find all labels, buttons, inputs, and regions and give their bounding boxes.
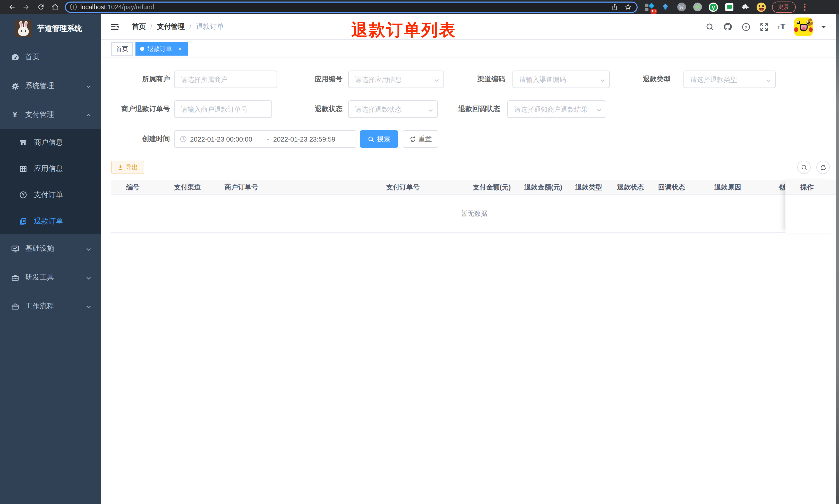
fixed-action-column: 操作: [785, 180, 837, 233]
filter-label-app: 应用编号: [291, 71, 342, 88]
sidebar-collapse-button[interactable]: [110, 21, 120, 32]
sidebar-item-refund-order[interactable]: 退款订单: [0, 208, 101, 234]
extension-kite-icon[interactable]: [661, 2, 670, 12]
github-link-button[interactable]: [723, 22, 732, 31]
url-text: localhost:1024/pay/refund: [81, 3, 606, 11]
coin-yen-icon: ¥: [19, 191, 27, 199]
address-bar[interactable]: i localhost:1024/pay/refund: [65, 1, 638, 13]
extensions-menu-button[interactable]: [740, 2, 750, 12]
chevron-down-icon: [86, 246, 92, 252]
refund-status-select[interactable]: [348, 101, 438, 118]
emoji-face-icon: [756, 2, 766, 12]
sidebar-item-label: 首页: [25, 53, 40, 62]
browser-home-button[interactable]: [51, 2, 60, 12]
sidebar-item-pay[interactable]: ¥ 支付管理: [0, 101, 101, 129]
browser-update-button[interactable]: 更新: [772, 1, 796, 13]
extension-grid-icon[interactable]: 10: [645, 2, 654, 12]
extension-badge: 10: [650, 9, 657, 14]
search-icon: [801, 164, 807, 170]
refund-type-select-field: [683, 71, 775, 88]
app-select[interactable]: [348, 71, 444, 88]
export-button[interactable]: 导出: [111, 161, 144, 174]
sidebar-item-label: 系统管理: [25, 82, 54, 91]
svg-text:¥: ¥: [22, 193, 24, 197]
column-header: 回调状态: [653, 182, 709, 192]
sidebar-item-label: 商户信息: [34, 138, 63, 147]
browser-forward-button[interactable]: [22, 2, 31, 12]
fullscreen-button[interactable]: [759, 22, 768, 31]
page-annotation: 退款订单列表: [351, 22, 456, 38]
documents-icon: [19, 217, 27, 225]
star-icon: [624, 3, 632, 11]
user-avatar[interactable]: [794, 18, 813, 36]
browser-back-button[interactable]: [7, 2, 17, 12]
breadcrumb-pay[interactable]: 支付管理: [157, 22, 185, 31]
extension-emoji-icon[interactable]: [756, 2, 766, 12]
y-badge-icon: y: [709, 2, 718, 12]
extension-command-icon[interactable]: ⌘: [677, 2, 686, 12]
font-size-button[interactable]: TT: [777, 23, 785, 31]
merchant-refund-no-input[interactable]: [174, 101, 272, 118]
fullscreen-icon: [760, 22, 768, 31]
sidebar-item-pay-order[interactable]: ¥ 支付订单: [0, 182, 101, 208]
column-header: 编号: [111, 182, 169, 192]
sidebar-item-home[interactable]: 首页: [0, 43, 101, 72]
merchant-input[interactable]: [174, 71, 277, 88]
sidebar-item-label: 基础设施: [25, 244, 54, 253]
app-logo[interactable]: 芋道管理系统: [0, 14, 101, 43]
tab-home[interactable]: 首页: [111, 42, 133, 56]
avatar-dropdown-caret[interactable]: [821, 26, 826, 30]
dashboard-icon: [10, 53, 20, 62]
column-header: 支付订单号: [381, 182, 468, 192]
channel-select[interactable]: [513, 71, 610, 88]
url-host: localhost: [81, 3, 106, 11]
date-range-end: 2022-01-23 23:59:59: [273, 135, 346, 143]
sidebar-item-devtools[interactable]: 研发工具: [0, 263, 101, 292]
window-scrollbar[interactable]: [836, 14, 839, 504]
browser-reload-button[interactable]: [36, 2, 45, 12]
sidebar-submenu-pay: 商户信息 应用信息 ¥ 支付订单: [0, 129, 101, 234]
callback-status-select[interactable]: [507, 101, 606, 118]
share-button[interactable]: [610, 2, 619, 12]
page-info-icon[interactable]: i: [70, 4, 77, 10]
page-content: 所属商户 应用编号 渠道编码 退款类型: [101, 71, 839, 504]
chevron-down-icon: [86, 274, 92, 281]
column-header: 退款状态: [612, 182, 653, 192]
extension-chat-icon[interactable]: [725, 2, 734, 12]
font-large-glyph: T: [780, 23, 785, 31]
tab-refund-order[interactable]: 退款订单 ×: [136, 42, 188, 56]
filter-label-merchant: 所属商户: [101, 71, 170, 88]
browser-menu-button[interactable]: [801, 2, 808, 12]
main-area: 首页 / 支付管理 / 退款订单 退款订单列表 ?: [101, 14, 839, 504]
create-time-range-picker[interactable]: 2022-01-23 00:00:00 - 2022-01-23 23:59:5…: [174, 130, 356, 148]
sidebar-item-merchant-info[interactable]: 商户信息: [0, 129, 101, 156]
search-button[interactable]: 搜索: [360, 130, 398, 148]
sidebar: 芋道管理系统 首页 系统管理 ¥ 支付管理: [0, 14, 101, 504]
refresh-table-button[interactable]: [816, 161, 830, 174]
sidebar-item-app-info[interactable]: 应用信息: [0, 156, 101, 182]
tab-close-icon[interactable]: ×: [176, 45, 183, 53]
column-header: 退款类型: [570, 182, 612, 192]
refund-type-select[interactable]: [683, 71, 775, 88]
show-search-toggle-button[interactable]: [797, 161, 811, 174]
extension-recorder-icon[interactable]: [693, 2, 702, 12]
sidebar-item-workflow[interactable]: 工作流程: [0, 292, 101, 321]
fixed-column-body: [785, 195, 837, 232]
date-range-separator: -: [267, 135, 269, 143]
header-search-button[interactable]: [705, 22, 714, 31]
sidebar-item-infra[interactable]: 基础设施: [0, 234, 101, 263]
merchant-refund-no-field: [174, 101, 272, 118]
reset-button-label: 重置: [418, 134, 432, 144]
bookmark-button[interactable]: [623, 2, 632, 12]
column-header: 支付渠道: [169, 182, 219, 192]
help-button[interactable]: ?: [741, 22, 750, 31]
merchant-filter-field: [174, 71, 277, 88]
chevron-up-icon: [86, 112, 92, 118]
reset-button[interactable]: 重置: [403, 130, 438, 148]
sidebar-item-system[interactable]: 系统管理: [0, 72, 101, 101]
channel-select-field: [513, 71, 610, 88]
breadcrumb-home[interactable]: 首页: [132, 22, 146, 31]
toolbox-icon: [10, 273, 20, 282]
browser-toolbar: i localhost:1024/pay/refund 10 ⌘ y: [0, 0, 839, 14]
extension-y-icon[interactable]: y: [709, 2, 718, 12]
